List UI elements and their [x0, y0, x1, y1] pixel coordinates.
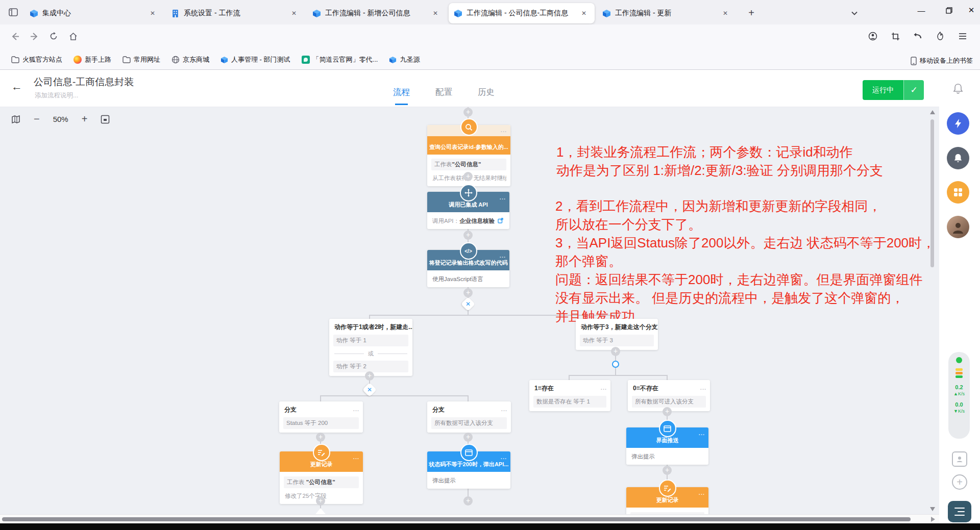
add-node-button[interactable]: + — [316, 496, 325, 506]
mobile-bookmarks[interactable]: 移动设备上的书签 — [911, 56, 973, 65]
home-icon[interactable] — [65, 29, 81, 44]
close-branch-icon[interactable]: ✕ — [362, 383, 377, 397]
scroll-right-icon[interactable] — [931, 517, 935, 522]
close-branch-icon[interactable]: ✕ — [461, 297, 475, 311]
bookmark-item[interactable]: 火狐官方站点 — [11, 55, 62, 64]
add-node-button[interactable]: + — [663, 407, 672, 416]
node-call-api[interactable]: ... 调用已集成 API 调用API：企业信息核验 — [427, 192, 509, 229]
tab-close-icon[interactable]: ✕ — [430, 8, 441, 19]
node-menu-icon[interactable]: ... — [700, 385, 706, 391]
node-branch-status[interactable]: 分支 ... Status 等于 200 — [279, 401, 363, 433]
bookmark-item[interactable]: 九圣源 — [389, 55, 420, 64]
node-menu-icon[interactable]: ... — [500, 253, 506, 259]
scroll-down-icon[interactable] — [930, 507, 935, 511]
node-menu-icon[interactable]: ... — [353, 454, 359, 460]
node-condition-action-1-or-2[interactable]: 动作等于1或者2时，新建走... ... 动作 等于 1 或 动作 等于 2 — [329, 319, 412, 376]
scrollbar-thumb[interactable] — [930, 119, 934, 267]
node-menu-icon[interactable]: ... — [403, 323, 409, 330]
account-icon[interactable] — [865, 29, 880, 44]
new-tab-button[interactable]: + — [744, 6, 758, 20]
contact-card-button[interactable] — [952, 451, 967, 467]
node-javascript-code[interactable]: </> ... 将登记记录输出格式改写的代码 使用JavaScript语言 — [427, 250, 509, 287]
minimap-icon[interactable] — [11, 115, 20, 124]
back-icon[interactable] — [7, 29, 22, 44]
screenshot-crop-icon[interactable] — [888, 29, 903, 44]
node-menu-icon[interactable]: ... — [601, 385, 607, 391]
notifications-button[interactable] — [947, 147, 969, 169]
bookmark-item[interactable]: 常用网址 — [122, 55, 160, 64]
tab-config[interactable]: 配置 — [435, 87, 452, 105]
workflow-canvas[interactable]: − 50% + 1，封装业务流程工作流；两个参数：记录id和动作 动作是为了区别… — [0, 107, 939, 514]
horizontal-scrollbar[interactable] — [0, 514, 939, 523]
add-node-button[interactable]: + — [663, 466, 672, 475]
node-menu-icon[interactable]: ... — [699, 490, 705, 496]
node-menu-icon[interactable]: ... — [501, 127, 507, 133]
node-exists-0[interactable]: 0=不存在 ... 所有数据可进入该分支 — [628, 380, 710, 411]
node-menu-icon[interactable]: ... — [353, 406, 359, 412]
node-menu-icon[interactable]: ... — [699, 430, 705, 436]
scrollbar-thumb[interactable] — [2, 517, 911, 521]
node-menu-icon[interactable]: ... — [501, 406, 507, 412]
add-node-button[interactable]: + — [463, 433, 473, 442]
zoom-in-button[interactable]: + — [82, 113, 88, 125]
page-back-icon[interactable]: ← — [11, 80, 22, 93]
tab-integration-center[interactable]: 集成中心 ✕ — [24, 3, 163, 23]
window-restore-button[interactable] — [937, 0, 961, 20]
node-exists-1[interactable]: 1=存在 ... 数据是否存在 等于 1 — [529, 380, 610, 411]
reload-icon[interactable] — [46, 29, 61, 44]
node-popup-api-error[interactable]: ... 状态码不等于200时，弹出API... 弹出提示 — [427, 451, 510, 489]
quick-actions-button[interactable] — [947, 112, 969, 135]
add-node-button[interactable]: + — [611, 347, 620, 356]
add-widget-button[interactable]: + — [952, 474, 967, 490]
node-menu-icon[interactable]: ... — [500, 194, 506, 200]
tab-workflow-company-info-active[interactable]: 工作流编辑 - 公司信息-工商信息 ✕ — [449, 3, 595, 23]
tab-workflow-new-company[interactable]: 工作流编辑 - 新增公司信息 ✕ — [307, 3, 446, 23]
extension-icon[interactable] — [933, 29, 948, 44]
zoom-out-button[interactable]: − — [34, 113, 40, 125]
undo-arrow-icon[interactable] — [910, 29, 925, 44]
tab-system-settings[interactable]: 系统设置 - 工作流 ✕ — [166, 3, 305, 23]
forward-icon[interactable] — [27, 29, 42, 44]
tab-workflow-update[interactable]: 工作流编辑 - 更新 ✕ — [597, 3, 736, 23]
tab-close-icon[interactable]: ✕ — [147, 8, 158, 19]
apps-grid-button[interactable] — [947, 181, 969, 204]
add-node-button[interactable]: + — [365, 371, 374, 381]
check-icon[interactable]: ✓ — [903, 80, 924, 100]
tab-close-icon[interactable]: ✕ — [288, 8, 300, 19]
bookmark-item[interactable]: 「简道云官网」零代... — [302, 55, 378, 64]
node-update-record-right[interactable]: ... 更新记录 工作表 "公司信息" — [626, 487, 708, 514]
node-menu-icon[interactable]: ... — [648, 323, 654, 330]
add-node-button[interactable]: + — [463, 231, 473, 240]
bookmark-item[interactable]: 京东商城 — [172, 55, 209, 64]
scroll-up-icon[interactable] — [930, 110, 935, 114]
tab-close-icon[interactable]: ✕ — [578, 8, 590, 19]
vertical-scrollbar[interactable] — [928, 108, 936, 513]
notification-bell-icon[interactable] — [953, 83, 963, 94]
menu-hamburger-icon[interactable] — [955, 29, 970, 44]
add-node-button[interactable]: + — [463, 108, 473, 117]
connector-dot[interactable] — [612, 361, 619, 368]
user-avatar[interactable] — [947, 216, 969, 238]
external-link-icon[interactable] — [498, 218, 503, 223]
window-close-button[interactable]: ✕ — [960, 0, 980, 20]
fit-view-icon[interactable] — [101, 115, 110, 124]
add-node-button[interactable]: + — [463, 288, 473, 297]
add-node-button[interactable]: + — [463, 496, 473, 506]
tab-close-icon[interactable]: ✕ — [720, 8, 731, 19]
list-tabs-chevron-icon[interactable] — [847, 6, 862, 20]
window-minimize-button[interactable]: — — [910, 0, 933, 20]
add-node-button[interactable]: + — [463, 172, 473, 181]
node-branch-all[interactable]: 分支 ... 所有数据可进入该分支 — [427, 401, 511, 433]
bookmark-item[interactable]: 新手上路 — [74, 55, 111, 64]
page-subtitle[interactable]: 添加流程说明... — [35, 91, 78, 100]
sidebar-menu-button[interactable] — [948, 501, 971, 522]
network-speed-widget[interactable]: 0.2 ▲K/s 0.0 ▼K/s — [948, 352, 970, 439]
firefox-view-icon[interactable] — [6, 5, 20, 19]
running-status-button[interactable]: 运行中 ✓ — [863, 80, 924, 100]
node-menu-icon[interactable]: ... — [501, 454, 507, 460]
bookmark-item[interactable]: 人事管理 - 部门测试 — [220, 55, 290, 64]
tab-history[interactable]: 历史 — [478, 87, 495, 105]
tab-flow[interactable]: 流程 — [393, 87, 410, 105]
node-ui-push[interactable]: ... 界面推送 弹出提示 — [626, 427, 708, 465]
add-node-button[interactable]: + — [316, 433, 325, 442]
